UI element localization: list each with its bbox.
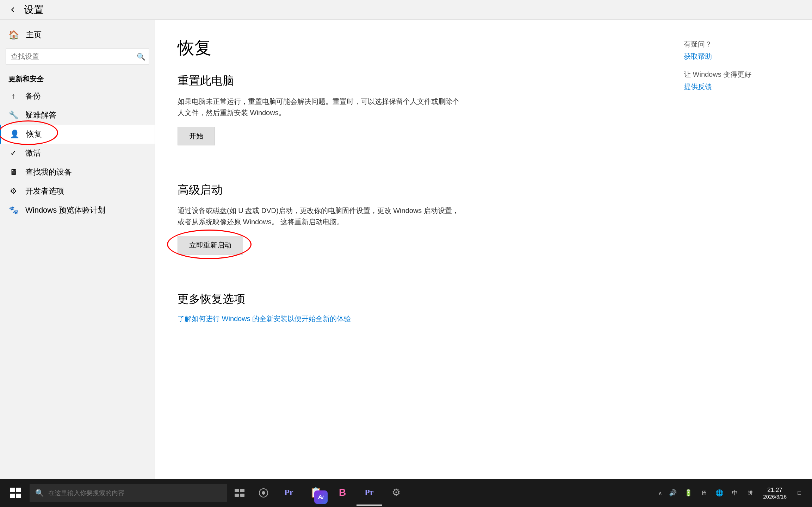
title-bar: 设置: [0, 0, 812, 20]
help-label: 有疑问？: [684, 39, 789, 49]
window-title: 设置: [24, 3, 44, 17]
sidebar-item-find-device[interactable]: 🖥 查找我的设备: [0, 163, 155, 182]
sidebar-item-label: 激活: [25, 148, 41, 158]
taskbar-search[interactable]: 🔍: [30, 484, 227, 502]
taskbar: 🔍 Pr 📋 Ai B Pr ⚙ ∧: [0, 479, 812, 507]
reset-section-title: 重置此电脑: [178, 73, 667, 89]
sidebar-item-preview[interactable]: 🐾 Windows 预览体验计划: [0, 201, 155, 220]
find-device-icon: 🖥: [8, 168, 18, 177]
section-divider-1: [178, 171, 667, 171]
premiere1-icon: Pr: [284, 488, 293, 497]
sidebar-item-label: 开发者选项: [25, 186, 64, 196]
reset-section-desc: 如果电脑未正常运行，重置电脑可能会解决问题。重置时，可以选择保留个人文件或删除个…: [178, 96, 459, 118]
feedback-label: 让 Windows 变得更好: [684, 70, 789, 79]
page-title: 恢复: [178, 37, 667, 59]
sidebar-item-label: 备份: [25, 91, 41, 101]
svg-rect-4: [235, 489, 239, 492]
system-tray: ∧ 🔊 🔋 🖥 🌐 中 拼 21:27 2026/3/16 □: [656, 480, 809, 506]
sidebar: 🏠 主页 🔍 更新和安全 ↑ 备份 🔧 疑难解答 👤: [0, 20, 155, 479]
taskbar-app-bilibili[interactable]: B: [330, 480, 355, 506]
section-divider-2: [178, 280, 667, 280]
back-button[interactable]: [6, 3, 20, 17]
svg-rect-2: [10, 494, 15, 498]
svg-rect-5: [240, 489, 244, 492]
premiere2-icon: Pr: [365, 488, 373, 497]
reset-start-button[interactable]: 开始: [178, 127, 215, 145]
home-label: 主页: [26, 30, 42, 40]
taskbar-search-input[interactable]: [48, 489, 221, 497]
taskbar-app-premiere1[interactable]: Pr: [276, 480, 302, 506]
feedback-section: 让 Windows 变得更好 提供反馈: [684, 70, 789, 92]
main-left: 恢复 重置此电脑 如果电脑未正常运行，重置电脑可能会解决问题。重置时，可以选择保…: [178, 37, 667, 462]
settings-window: 设置 🏠 主页 🔍 更新和安全 ↑ 备份 🔧: [0, 0, 812, 479]
svg-rect-1: [16, 488, 21, 492]
restart-now-button[interactable]: 立即重新启动: [178, 236, 243, 255]
sidebar-item-home[interactable]: 🏠 主页: [0, 25, 155, 44]
start-button[interactable]: [3, 480, 28, 506]
svg-rect-0: [10, 488, 15, 492]
troubleshoot-icon: 🔧: [8, 111, 18, 120]
tray-expand-button[interactable]: ∧: [656, 484, 664, 502]
preview-icon: 🐾: [8, 206, 18, 215]
svg-point-9: [262, 491, 265, 495]
taskbar-app-premiere2[interactable]: Pr: [357, 480, 382, 506]
clock-date: 2026/3/16: [763, 494, 787, 500]
advanced-section-title: 高级启动: [178, 182, 667, 198]
activation-icon: ✓: [8, 149, 18, 158]
content-area: 🏠 主页 🔍 更新和安全 ↑ 备份 🔧 疑难解答 👤: [0, 20, 812, 479]
svg-rect-6: [235, 494, 239, 497]
sidebar-item-label: 查找我的设备: [25, 167, 72, 177]
tray-notification-icon[interactable]: □: [792, 484, 806, 502]
feedback-link[interactable]: 提供反馈: [684, 83, 712, 90]
developer-icon: ⚙: [8, 187, 18, 196]
task-view-button[interactable]: [228, 480, 251, 506]
bilibili-icon: B: [339, 487, 346, 498]
recovery-icon: 👤: [10, 130, 19, 139]
settings-taskbar-icon: ⚙: [392, 487, 401, 498]
tray-display-icon[interactable]: 🖥: [697, 484, 711, 502]
restart-button-wrapper: 立即重新启动: [178, 236, 243, 269]
backup-icon: ↑: [8, 92, 18, 101]
svg-rect-7: [240, 494, 244, 497]
sidebar-item-label: Windows 预览体验计划: [25, 205, 105, 215]
sidebar-item-label: 疑难解答: [25, 110, 56, 120]
tray-ime-icon[interactable]: 中: [728, 484, 742, 502]
main-right: 有疑问？ 获取帮助 让 Windows 变得更好 提供反馈: [684, 37, 789, 462]
sidebar-item-developer[interactable]: ⚙ 开发者选项: [0, 182, 155, 201]
cortana-button[interactable]: [252, 480, 275, 506]
ai-label: Ai: [318, 494, 324, 500]
taskbar-app-clip[interactable]: 📋 Ai: [303, 480, 328, 506]
more-section-title: 更多恢复选项: [178, 292, 667, 307]
main-content: 恢复 重置此电脑 如果电脑未正常运行，重置电脑可能会解决问题。重置时，可以选择保…: [155, 20, 812, 479]
home-icon: 🏠: [8, 30, 19, 40]
search-box-container: 🔍: [6, 49, 149, 64]
search-icon[interactable]: 🔍: [137, 52, 145, 61]
tray-network-icon[interactable]: 🌐: [712, 484, 726, 502]
sidebar-item-troubleshoot[interactable]: 🔧 疑难解答: [0, 106, 155, 125]
clock-time: 21:27: [767, 487, 782, 494]
advanced-section-desc: 通过设备或磁盘(如 U 盘或 DVD)启动，更改你的电脑固件设置，更改 Wind…: [178, 205, 459, 227]
svg-rect-3: [16, 494, 21, 498]
sidebar-item-recovery[interactable]: 👤 恢复: [0, 125, 155, 144]
sidebar-item-backup[interactable]: ↑ 备份: [0, 87, 155, 106]
taskbar-search-icon: 🔍: [35, 489, 44, 497]
tray-battery-icon[interactable]: 🔋: [681, 484, 695, 502]
search-input[interactable]: [6, 49, 149, 64]
help-section: 有疑问？ 获取帮助: [684, 39, 789, 61]
sidebar-item-label: 恢复: [26, 129, 42, 139]
ai-badge: Ai: [314, 490, 328, 504]
taskbar-app-settings[interactable]: ⚙: [383, 480, 409, 506]
clock-display[interactable]: 21:27 2026/3/16: [759, 480, 791, 506]
sidebar-item-activation[interactable]: ✓ 激活: [0, 144, 155, 163]
tray-volume-icon[interactable]: 🔊: [666, 484, 680, 502]
sidebar-section-header: 更新和安全: [0, 69, 155, 87]
fresh-install-link[interactable]: 了解如何进行 Windows 的全新安装以便开始全新的体验: [178, 315, 351, 323]
get-help-link[interactable]: 获取帮助: [684, 52, 712, 60]
tray-ime2-icon[interactable]: 拼: [743, 484, 757, 502]
